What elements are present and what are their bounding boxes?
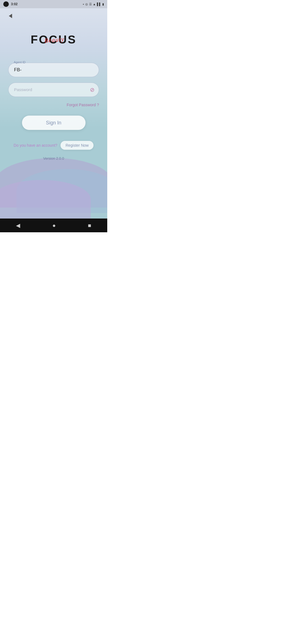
nav-back-icon[interactable]: ◀: [16, 222, 20, 229]
status-bar: 3:02 ▪ ◎ ☰ ▲ ▌▌ ▮: [0, 0, 107, 8]
signal-icon: ▌▌: [97, 2, 101, 6]
version-text: Version 2.0.0: [43, 156, 64, 160]
logo-area: FOCUS Beauty: [31, 33, 77, 46]
agent-id-group: Agent ID: [8, 63, 99, 77]
agent-id-label: Agent ID: [13, 61, 27, 64]
password-group: ⊘: [8, 83, 99, 97]
nav-bar: ◀ ● ■: [0, 219, 107, 232]
nav-recent-icon[interactable]: ■: [88, 222, 91, 229]
status-sq1-icon: ▪: [83, 2, 84, 6]
login-form: Agent ID ⊘ Forgot Password ?: [8, 63, 99, 116]
password-input[interactable]: [8, 83, 99, 97]
status-circle-icon: [3, 1, 9, 7]
nav-home-icon[interactable]: ●: [52, 222, 56, 229]
battery-icon: ▮: [102, 2, 104, 6]
main-content: FOCUS Beauty Agent ID ⊘ Forgot Password …: [0, 8, 107, 219]
status-time: 3:02: [11, 2, 18, 6]
register-now-button[interactable]: Register Now: [61, 141, 94, 150]
forgot-password-link[interactable]: Forgot Password ?: [67, 103, 99, 107]
status-hand-icon: ☰: [89, 2, 92, 6]
eye-toggle-icon[interactable]: ⊘: [90, 86, 95, 93]
register-area: Do you have an account? Register Now: [14, 141, 94, 150]
forgot-password-area: Forgot Password ?: [8, 102, 99, 107]
agent-id-input[interactable]: [8, 63, 99, 77]
wifi-icon: ▲: [93, 2, 96, 6]
register-question-text: Do you have an account?: [14, 143, 57, 148]
status-icons: ▪ ◎ ☰ ▲ ▌▌ ▮: [83, 2, 104, 6]
status-target-icon: ◎: [85, 2, 88, 6]
sign-in-button[interactable]: Sign In: [22, 116, 86, 130]
